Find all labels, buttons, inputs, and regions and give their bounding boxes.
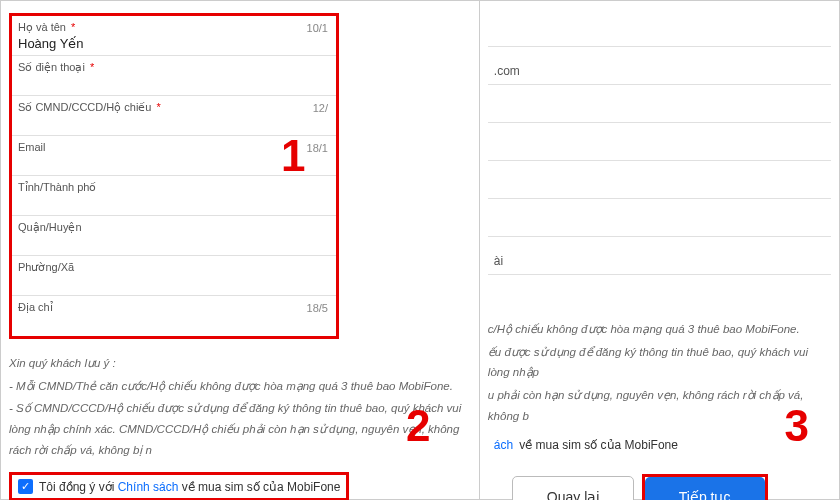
panel-continue: .com ài c/Hộ chiếu không được hòa mạng q… (480, 1, 839, 499)
fragment-com: .com (494, 64, 520, 78)
tutorial-combo: Họ và tên * 10/1 Số điện thoại * Số CMND… (0, 0, 840, 500)
field-ward[interactable]: Phường/Xã (12, 256, 336, 296)
input-phone[interactable] (12, 74, 336, 91)
label-email: Email (12, 141, 46, 153)
next-highlight-box: Tiếp tục (642, 474, 768, 500)
required-star: * (90, 61, 94, 73)
consent-post: về mua sim số của MobiFone (182, 480, 341, 494)
field-province[interactable]: Tỉnh/Thành phố (12, 176, 336, 216)
input-address[interactable] (12, 314, 336, 331)
notes-line2: - Số CMND/CCCD/Hộ chiếu được sử dụng để … (9, 398, 471, 460)
step-number-2: 2 (406, 401, 430, 451)
right-form-fragment: .com ài (488, 9, 831, 313)
input-id[interactable] (12, 114, 336, 131)
panel-form: Họ và tên * 10/1 Số điện thoại * Số CMND… (1, 1, 480, 499)
field-district[interactable]: Quận/Huyện (12, 216, 336, 256)
consent-row[interactable]: ✓ Tôi đồng ý với Chính sách về mua sim s… (9, 472, 349, 500)
required-star: * (157, 101, 161, 113)
field-address[interactable]: Địa chỉ 18/5 (12, 296, 336, 336)
consent-row-right: ách về mua sim số của MobiFone (488, 434, 684, 456)
rnote1: c/Hộ chiếu không được hòa mạng quá 3 thu… (488, 319, 831, 340)
label-phone: Số điện thoại (18, 61, 85, 73)
rdate-address: 18/5 (307, 302, 328, 314)
policy-link[interactable]: Chính sách (118, 480, 179, 494)
required-star: * (71, 21, 75, 33)
label-district: Quận/Huyện (12, 221, 82, 234)
step-number-3: 3 (785, 401, 809, 451)
next-button-right[interactable]: Tiếp tục (645, 477, 765, 500)
rdate-email: 18/1 (307, 142, 328, 154)
consent-post-right: về mua sim số của MobiFone (519, 438, 678, 452)
consent-checkbox[interactable]: ✓ (18, 479, 33, 494)
label-id: Số CMND/CCCD/Hộ chiếu (18, 101, 151, 113)
input-district[interactable] (12, 234, 336, 251)
field-id[interactable]: Số CMND/CCCD/Hộ chiếu * 12/ (12, 96, 336, 136)
fragment-ai: ài (494, 254, 503, 268)
label-name: Họ và tên (18, 21, 66, 33)
policy-link-right[interactable]: ách (494, 438, 513, 452)
rnote2: ếu được sử dụng để đăng ký thông tin thu… (488, 342, 831, 383)
notes-block: Xin quý khách lưu ý : - Mỗi CMND/Thẻ căn… (9, 353, 471, 460)
rdate-id: 12/ (313, 102, 328, 114)
label-province: Tỉnh/Thành phố (12, 181, 97, 194)
notes-block-right: c/Hộ chiếu không được hòa mạng quá 3 thu… (488, 319, 831, 426)
input-province[interactable] (12, 194, 336, 211)
input-name[interactable] (12, 34, 336, 51)
rdate-name: 10/1 (307, 22, 328, 34)
label-ward: Phường/Xã (12, 261, 74, 274)
rnote3: u phải còn hạn sử dụng, nguyên vẹn, khôn… (488, 385, 831, 426)
notes-line1: - Mỗi CMND/Thẻ căn cước/Hộ chiếu không đ… (9, 376, 471, 397)
back-button-right[interactable]: Quay lại (512, 476, 635, 500)
field-phone[interactable]: Số điện thoại * (12, 56, 336, 96)
notes-header: Xin quý khách lưu ý : (9, 353, 471, 374)
label-address: Địa chỉ (12, 301, 53, 314)
step-number-1: 1 (281, 131, 305, 181)
button-row-right: Quay lại Tiếp tục (488, 474, 831, 500)
field-name[interactable]: Họ và tên * 10/1 (12, 16, 336, 56)
consent-pre: Tôi đồng ý với (39, 480, 114, 494)
input-ward[interactable] (12, 274, 336, 291)
